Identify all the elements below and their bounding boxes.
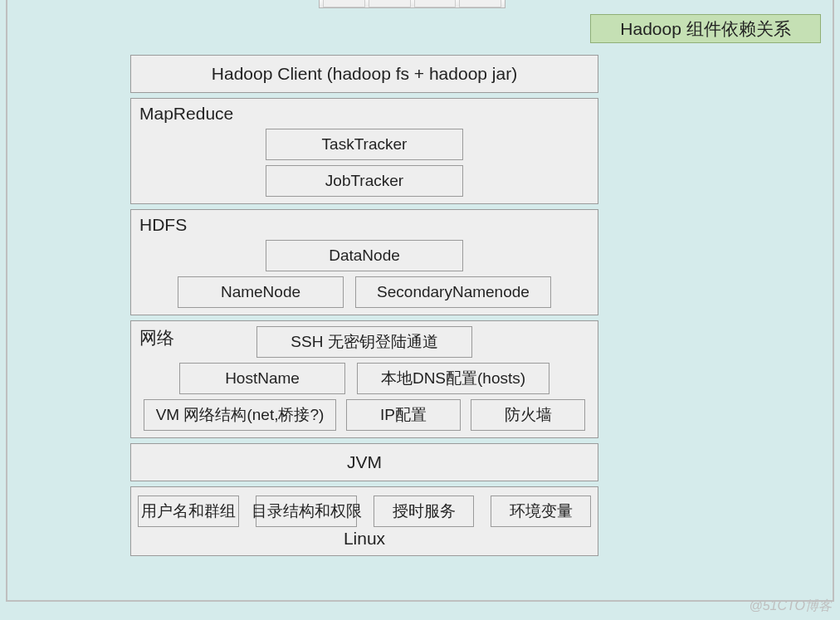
layer-mapreduce: MapReduce TaskTracker JobTracker [130, 98, 598, 204]
layer-hadoop-client: Hadoop Client (hadoop fs + hadoop jar) [130, 55, 598, 93]
cell-data-node: DataNode [266, 240, 463, 271]
layer-hdfs: HDFS DataNode NameNode SecondaryNamenode [130, 209, 598, 315]
cell-user-group: 用户名和群组 [138, 496, 239, 527]
hadoop-dependency-diagram: Hadoop Client (hadoop fs + hadoop jar) M… [130, 55, 598, 561]
watermark: @51CTO博客 [749, 598, 832, 615]
mapreduce-label: MapReduce [138, 102, 591, 124]
linux-label: Linux [138, 529, 591, 549]
cell-local-dns: 本地DNS配置(hosts) [357, 363, 549, 394]
cell-task-tracker: TaskTracker [266, 129, 463, 160]
cell-dir-perm: 目录结构和权限 [256, 496, 357, 527]
cell-ntp-service: 授时服务 [374, 496, 474, 527]
cell-hostname: HostName [179, 363, 345, 394]
layer-network: 网络 SSH 无密钥登陆通道 HostName 本地DNS配置(hosts) V… [130, 320, 598, 438]
hadoop-client-label: Hadoop Client (hadoop fs + hadoop jar) [138, 61, 591, 87]
cell-job-tracker: JobTracker [266, 165, 463, 197]
cell-ip-config: IP配置 [346, 399, 461, 431]
diagram-title-badge: Hadoop 组件依赖关系 [590, 14, 821, 43]
hdfs-label: HDFS [138, 213, 591, 235]
toolbar-fragment [319, 0, 505, 8]
cell-name-node: NameNode [178, 276, 344, 308]
diagram-title-text: Hadoop 组件依赖关系 [620, 17, 790, 41]
layer-jvm: JVM [130, 443, 598, 481]
cell-secondary-namenode: SecondaryNamenode [355, 276, 551, 308]
layer-linux: 用户名和群组 目录结构和权限 授时服务 环境变量 Linux [130, 486, 598, 556]
cell-env-vars: 环境变量 [491, 496, 591, 527]
cell-vm-network: VM 网络结构(net,桥接?) [144, 399, 336, 431]
cell-ssh-tunnel: SSH 无密钥登陆通道 [256, 326, 472, 358]
cell-firewall: 防火墙 [471, 399, 585, 431]
jvm-label: JVM [138, 449, 591, 476]
page-container: Hadoop 组件依赖关系 Hadoop Client (hadoop fs +… [6, 0, 834, 602]
